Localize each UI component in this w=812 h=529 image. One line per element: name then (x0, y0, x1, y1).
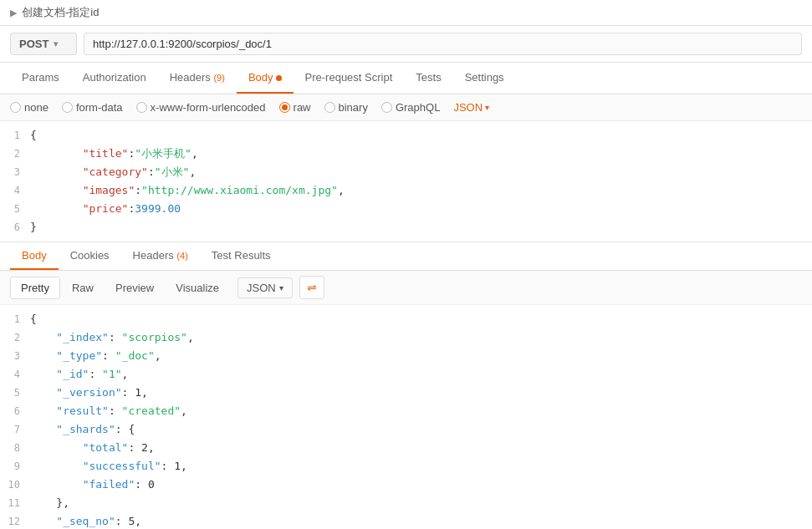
resp-code-line: 9 "successful": 1, (0, 457, 812, 476)
resp-code-line: 3 "_type": "_doc", (0, 347, 812, 365)
resp-code-line: 2 "_index": "scorpios", (0, 328, 812, 347)
tab-params[interactable]: Params (10, 63, 71, 94)
body-type-binary[interactable]: binary (324, 101, 368, 114)
resp-code-line: 8 "total": 2, (0, 439, 812, 457)
resp-code-line: 12 "_seq_no": 5, (0, 512, 812, 529)
radio-raw (279, 102, 290, 113)
code-line: 4 "images":"http://www.xiaomi.com/xm.jpg… (0, 181, 812, 200)
method-label: POST (19, 38, 49, 50)
code-line: 3 "category":"小米", (0, 163, 812, 181)
request-body-editor[interactable]: 1{2 "title":"小米手机",3 "category":"小米",4 "… (0, 121, 812, 242)
response-body-code: 1{2 "_index": "scorpios",3 "_type": "_do… (0, 305, 812, 529)
resp-code-line: 6 "result": "created", (0, 402, 812, 420)
resp-btn-visualize[interactable]: Visualize (166, 277, 229, 298)
resp-btn-pretty[interactable]: Pretty (10, 277, 60, 299)
tab-settings[interactable]: Settings (453, 63, 516, 94)
body-type-urlencoded[interactable]: x-www-form-urlencoded (136, 101, 266, 114)
resp-tab-headers[interactable]: Headers (4) (121, 242, 200, 270)
resp-format-label: JSON (247, 282, 276, 294)
url-input[interactable] (84, 33, 802, 55)
tab-pre-request[interactable]: Pre-request Script (294, 63, 405, 94)
resp-btn-preview[interactable]: Preview (105, 277, 164, 298)
code-line: 1{ (0, 126, 812, 145)
code-line: 5 "price":3999.00 (0, 200, 812, 218)
tab-authorization[interactable]: Authorization (71, 63, 158, 94)
wrap-icon: ⇌ (307, 281, 317, 294)
breadcrumb-label: 创建文档-指定id (22, 5, 99, 20)
breadcrumb-bar: ▶ 创建文档-指定id (0, 0, 812, 26)
body-type-form-data[interactable]: form-data (62, 101, 123, 114)
radio-urlencoded (136, 102, 147, 113)
radio-graphql (381, 102, 392, 113)
response-tabs: Body Cookies Headers (4) Test Results (0, 242, 812, 271)
resp-tab-test-results[interactable]: Test Results (200, 242, 283, 270)
tab-tests[interactable]: Tests (404, 63, 452, 94)
resp-tab-cookies[interactable]: Cookies (59, 242, 121, 270)
resp-btn-raw[interactable]: Raw (62, 277, 104, 298)
resp-code-line: 11 }, (0, 494, 812, 512)
body-dot (276, 75, 282, 81)
resp-code-line: 10 "failed": 0 (0, 476, 812, 494)
url-bar: POST ▾ (0, 26, 812, 63)
radio-none (10, 102, 21, 113)
json-format-dropdown[interactable]: JSON ▾ (453, 101, 489, 114)
resp-code-line: 1{ (0, 310, 812, 328)
radio-form-data (62, 102, 73, 113)
method-chevron-icon: ▾ (54, 39, 58, 48)
resp-format-chevron-icon: ▾ (279, 283, 283, 292)
resp-wrap-icon-btn[interactable]: ⇌ (299, 276, 324, 299)
request-tabs: Params Authorization Headers (9) Body Pr… (0, 63, 812, 94)
resp-code-line: 5 "_version": 1, (0, 384, 812, 402)
body-type-row: none form-data x-www-form-urlencoded raw… (0, 94, 812, 121)
radio-binary (324, 102, 335, 113)
breadcrumb-arrow: ▶ (10, 8, 17, 18)
json-format-label: JSON (453, 101, 483, 114)
resp-tab-body[interactable]: Body (10, 242, 59, 270)
body-type-graphql[interactable]: GraphQL (381, 101, 440, 114)
json-chevron-icon: ▾ (485, 103, 489, 112)
code-line: 2 "title":"小米手机", (0, 145, 812, 163)
response-toolbar: Pretty Raw Preview Visualize JSON ▾ ⇌ (0, 271, 812, 305)
resp-code-line: 4 "_id": "1", (0, 365, 812, 384)
resp-format-dropdown[interactable]: JSON ▾ (237, 277, 293, 298)
resp-code-line: 7 "_shards": { (0, 420, 812, 439)
method-select[interactable]: POST ▾ (10, 33, 77, 55)
tab-headers[interactable]: Headers (9) (158, 63, 237, 94)
body-type-raw[interactable]: raw (279, 101, 311, 114)
tab-body[interactable]: Body (237, 63, 294, 94)
code-line: 6} (0, 218, 812, 237)
body-type-none[interactable]: none (10, 101, 49, 114)
